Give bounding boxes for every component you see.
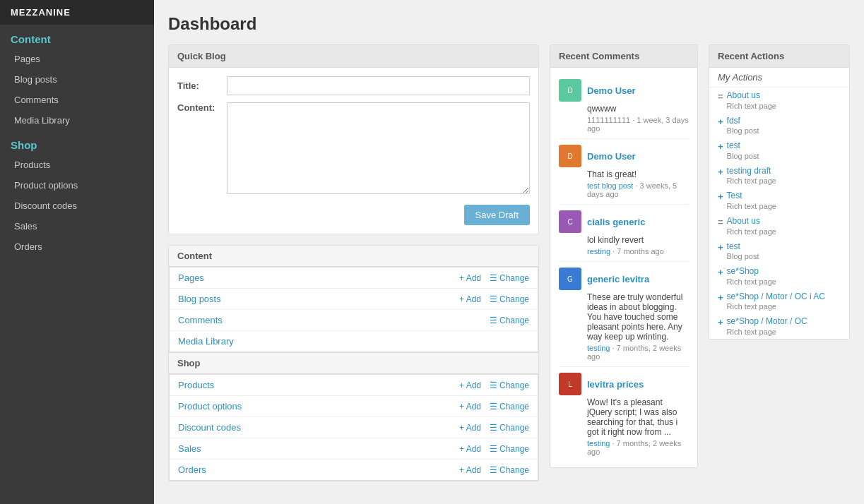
action-content: About us Rich text page [727, 90, 776, 110]
orders-add-link[interactable]: + Add [459, 465, 481, 475]
action-title-link[interactable]: About us [727, 90, 776, 102]
add-icon: + [718, 140, 723, 153]
media-library-actions [331, 331, 538, 352]
comment-post-link[interactable]: testing [587, 439, 610, 448]
actions-column: Recent Actions My Actions = About us Ric… [709, 44, 850, 481]
action-type: Rich text page [727, 176, 776, 185]
action-item: + se*Shop / Motor / OC i AC Rich text pa… [709, 289, 849, 314]
action-title-link[interactable]: testing draft [727, 166, 776, 177]
table-row: Media Library [170, 331, 538, 352]
product-options-add-link[interactable]: + Add [459, 402, 481, 412]
product-options-actions: + Add ☰ Change [341, 396, 538, 417]
blog-posts-actions: + Add ☰ Change [331, 289, 538, 310]
shop-items-table: Products + Add ☰ Change Product options … [169, 374, 538, 481]
avatar: L [559, 373, 581, 395]
discount-codes-link[interactable]: Discount codes [170, 417, 341, 438]
product-options-change-link[interactable]: ☰ Change [490, 402, 529, 412]
title-input[interactable] [227, 76, 530, 95]
comment-author[interactable]: generic levitra [587, 274, 649, 284]
comment-post-link[interactable]: testing [587, 344, 610, 352]
orders-change-link[interactable]: ☰ Change [490, 465, 529, 475]
sales-change-link[interactable]: ☰ Change [490, 444, 529, 454]
pages-change-link[interactable]: ☰ Change [490, 273, 529, 283]
title-label: Title: [177, 80, 227, 91]
action-title-link[interactable]: About us [727, 216, 776, 227]
sidebar-item-discount-codes[interactable]: Discount codes [0, 196, 154, 216]
action-title-link[interactable]: se*Shop / Motor / OC [727, 316, 807, 328]
save-draft-button[interactable]: Save Draft [464, 205, 530, 225]
sidebar-section-content[interactable]: Content [0, 25, 154, 49]
sidebar-item-sales[interactable]: Sales [0, 216, 154, 236]
avatar: C [559, 210, 581, 233]
action-content: test Blog post [727, 140, 759, 160]
recent-comments-body: D Demo User qwwww 1111111111 · 1 week, 3… [550, 68, 697, 467]
add-icon: + [718, 241, 723, 254]
products-change-link[interactable]: ☰ Change [490, 380, 529, 390]
comment-text: lol kindly revert [587, 235, 689, 245]
sidebar-item-orders[interactable]: Orders [0, 236, 154, 257]
recent-actions-panel: Recent Actions My Actions = About us Ric… [709, 44, 850, 340]
discount-codes-change-link[interactable]: ☰ Change [490, 423, 529, 433]
comment-post-link[interactable]: test blog post [587, 181, 633, 190]
discount-codes-add-link[interactable]: + Add [459, 423, 481, 433]
blog-posts-change-link[interactable]: ☰ Change [490, 294, 529, 304]
shop-section-header: Shop [169, 352, 538, 374]
comment-item: G generic levitra These are truly wonder… [559, 262, 689, 367]
action-title-link[interactable]: fdsf [727, 116, 759, 127]
comment-item: D Demo User qwwww 1111111111 · 1 week, 3… [559, 73, 689, 139]
comment-author[interactable]: Demo User [587, 151, 636, 162]
orders-link[interactable]: Orders [170, 460, 341, 481]
blog-posts-add-link[interactable]: + Add [459, 294, 481, 304]
products-link[interactable]: Products [170, 375, 341, 396]
recent-comments-panel: Recent Comments D Demo User qwwww 111111… [550, 44, 698, 468]
action-title-link[interactable]: Test [727, 191, 776, 202]
sales-add-link[interactable]: + Add [459, 444, 481, 454]
pages-actions: + Add ☰ Change [331, 268, 538, 289]
discount-codes-actions: + Add ☰ Change [341, 417, 538, 438]
pages-link[interactable]: Pages [170, 268, 332, 289]
action-type: Blog post [727, 152, 759, 160]
action-type: Rich text page [727, 328, 807, 336]
sidebar-item-pages[interactable]: Pages [0, 49, 154, 69]
comment-text: That is great! [587, 169, 689, 179]
add-icon: + [718, 191, 723, 203]
action-item: + fdsf Blog post [709, 113, 849, 138]
products-add-link[interactable]: + Add [459, 380, 481, 390]
action-content: test Blog post [727, 241, 759, 261]
action-title-link[interactable]: se*Shop [727, 266, 776, 277]
sidebar-item-blog-posts[interactable]: Blog posts [0, 69, 154, 90]
avatar: D [559, 79, 581, 102]
comment-author[interactable]: levitra prices [587, 379, 644, 390]
blog-posts-link[interactable]: Blog posts [170, 289, 332, 310]
content-textarea[interactable] [227, 102, 530, 194]
comment-meta: testing · 7 months, 2 weeks ago [587, 344, 689, 361]
comment-author[interactable]: cialis generic [587, 217, 645, 227]
comment-meta: 1111111111 · 1 week, 3 days ago [587, 116, 689, 133]
sidebar-item-product-options[interactable]: Product options [0, 175, 154, 196]
sales-link[interactable]: Sales [170, 438, 341, 460]
action-title-link[interactable]: test [727, 241, 759, 253]
comment-author[interactable]: Demo User [587, 85, 636, 96]
add-icon: + [718, 266, 723, 279]
action-title-link[interactable]: se*Shop / Motor / OC i AC [727, 292, 825, 303]
product-options-link[interactable]: Product options [170, 396, 341, 417]
comments-change-link[interactable]: ☰ Change [490, 316, 529, 325]
orders-actions: + Add ☰ Change [341, 460, 538, 481]
comment-item: D Demo User That is great! test blog pos… [559, 139, 689, 205]
sidebar-item-products[interactable]: Products [0, 155, 154, 175]
products-actions: + Add ☰ Change [341, 375, 538, 396]
pages-add-link[interactable]: + Add [459, 273, 481, 283]
app-title: MEZZANINE [0, 0, 154, 25]
avatar: G [559, 268, 581, 290]
sidebar-section-shop[interactable]: Shop [0, 131, 154, 155]
sidebar-item-comments[interactable]: Comments [0, 90, 154, 110]
comment-meta: resting · 7 months ago [587, 247, 689, 256]
page-title: Dashboard [168, 14, 850, 34]
action-title-link[interactable]: test [727, 140, 759, 152]
media-library-link[interactable]: Media Library [170, 331, 332, 352]
comment-post-link[interactable]: resting [587, 247, 610, 256]
comments-link[interactable]: Comments [170, 310, 332, 331]
table-row: Sales + Add ☰ Change [170, 438, 538, 460]
comment-meta: testing · 7 months, 2 weeks ago [587, 439, 689, 456]
sidebar-item-media-library[interactable]: Media Library [0, 110, 154, 131]
